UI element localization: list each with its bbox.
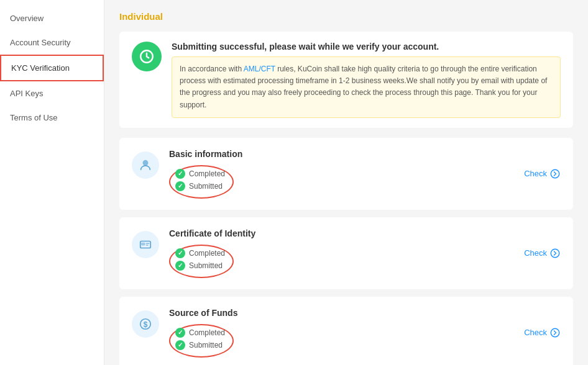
certificate-title: Certificate of Identity: [169, 228, 561, 238]
source-funds-content: Source of Funds Completed Submitted: [169, 308, 561, 358]
basic-info-content: Basic information Completed Submitted: [169, 149, 561, 199]
svg-point-2: [551, 169, 559, 178]
source-funds-icon-wrap: $: [132, 310, 159, 338]
funds-completed-check-icon: [175, 328, 185, 338]
card-source-of-funds: $ Source of Funds Completed Submitted: [119, 297, 573, 365]
basic-info-icon-wrap: [132, 151, 159, 179]
certificate-icon-wrap: [132, 231, 159, 258]
notice-box: In accordance with AML/CFT rules, KuCoin…: [172, 56, 561, 118]
arrow-right-circle-icon: [549, 168, 561, 179]
basic-info-check-link[interactable]: Check: [524, 168, 561, 179]
sidebar-item-label: KYC Verification: [11, 63, 70, 73]
dollar-icon: $: [139, 317, 152, 331]
certificate-status-submitted-row: Submitted: [175, 261, 225, 271]
certificate-completed-label: Completed: [189, 249, 225, 258]
completed-check-icon: [175, 169, 185, 179]
source-funds-status-highlight: Completed Submitted: [169, 324, 234, 358]
certificate-status-highlight: Completed Submitted: [169, 245, 234, 278]
arrow-right-circle-icon: [549, 327, 561, 338]
check-label: Check: [524, 169, 547, 178]
source-funds-check-link[interactable]: Check: [524, 327, 561, 338]
basic-info-submitted-label: Submitted: [189, 182, 223, 191]
svg-point-10: [551, 328, 559, 337]
certificate-check-link[interactable]: Check: [524, 248, 561, 259]
arrow-right-circle-icon: [549, 248, 561, 259]
page-title: Individual: [119, 11, 573, 22]
cert-submitted-check-icon: [175, 261, 185, 271]
success-title: Submitting successful, please wait while…: [172, 42, 561, 52]
basic-info-status-completed-row: Completed: [175, 169, 225, 179]
sidebar-item-account-security[interactable]: Account Security: [0, 30, 104, 55]
success-text-block: Submitting successful, please wait while…: [172, 42, 561, 118]
certificate-content: Certificate of Identity Completed Submit…: [169, 228, 561, 278]
sidebar-item-api-keys[interactable]: API Keys: [0, 81, 104, 106]
aml-cft-link[interactable]: AML/CFT: [244, 65, 275, 73]
submitted-check-icon: [175, 181, 185, 191]
main-content: Individual Submitting successful, please…: [104, 0, 588, 365]
sidebar-item-overview[interactable]: Overview: [0, 6, 104, 30]
success-icon: [132, 42, 162, 71]
sidebar: Overview Account Security KYC Verificati…: [0, 0, 104, 365]
clock-icon: [139, 48, 155, 65]
success-banner: Submitting successful, please wait while…: [119, 32, 573, 128]
sidebar-item-terms-of-use[interactable]: Terms of Use: [0, 106, 104, 130]
check-label: Check: [524, 248, 547, 258]
basic-info-title: Basic information: [169, 149, 561, 159]
sidebar-item-label: Overview: [10, 14, 44, 23]
funds-submitted-check-icon: [175, 340, 185, 350]
basic-info-status-submitted-row: Submitted: [175, 181, 225, 191]
certificate-status-completed-row: Completed: [175, 248, 225, 258]
svg-text:$: $: [144, 320, 148, 328]
card-basic-info: Basic information Completed Submitted Ch…: [119, 138, 573, 210]
cert-completed-check-icon: [175, 248, 185, 258]
person-icon: [139, 158, 152, 172]
sidebar-item-label: Terms of Use: [10, 113, 58, 122]
source-funds-status-submitted-row: Submitted: [175, 340, 225, 350]
svg-point-1: [143, 160, 147, 164]
card-certificate-identity: Certificate of Identity Completed Submit…: [119, 217, 573, 289]
certificate-submitted-label: Submitted: [189, 261, 223, 270]
basic-info-completed-label: Completed: [189, 169, 225, 178]
source-funds-title: Source of Funds: [169, 308, 561, 318]
sidebar-item-kyc-verification[interactable]: KYC Verification: [0, 55, 104, 81]
sidebar-item-label: Account Security: [10, 38, 71, 47]
source-funds-submitted-label: Submitted: [189, 341, 223, 349]
svg-rect-4: [142, 243, 145, 245]
svg-point-7: [551, 249, 559, 258]
check-label: Check: [524, 328, 547, 337]
sidebar-item-label: API Keys: [10, 89, 43, 98]
source-funds-status-completed-row: Completed: [175, 328, 225, 338]
source-funds-completed-label: Completed: [189, 328, 225, 337]
id-card-icon: [139, 238, 152, 251]
basic-info-status-highlight: Completed Submitted: [169, 165, 234, 199]
